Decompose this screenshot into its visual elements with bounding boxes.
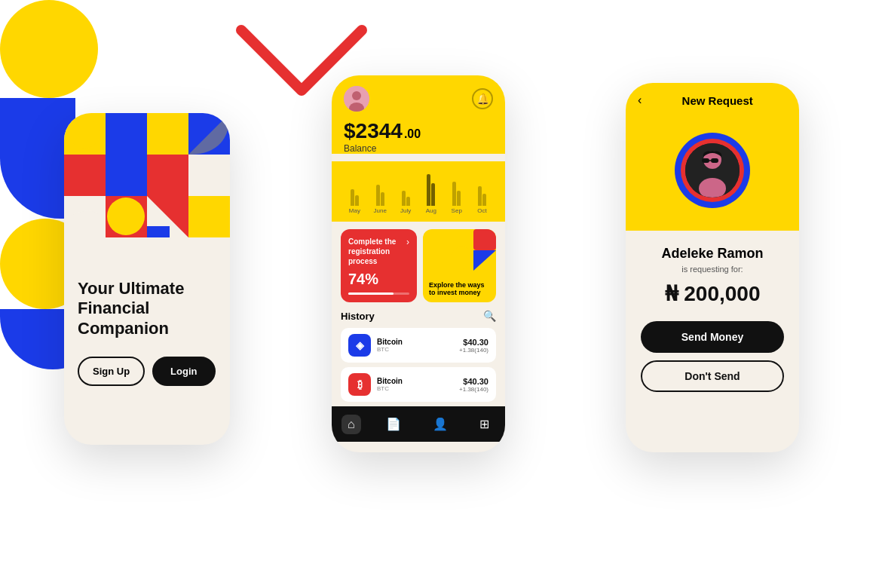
history-header: History 🔍 xyxy=(341,310,496,322)
svg-rect-14 xyxy=(147,237,188,264)
registration-percent: 74% xyxy=(348,271,409,288)
registration-card[interactable]: › Complete the registration process 74% xyxy=(341,229,417,302)
welcome-buttons: Sign Up Login xyxy=(78,357,216,386)
chart-sep: Sep xyxy=(446,182,467,214)
action-cards: › Complete the registration process 74% … xyxy=(332,222,505,310)
svg-rect-1 xyxy=(106,113,147,155)
dashboard-header: 🔔 $2344 .00 Balance xyxy=(332,75,505,154)
svg-rect-20 xyxy=(147,226,170,237)
svg-rect-2 xyxy=(147,113,188,155)
dashboard-top-row: 🔔 xyxy=(344,86,493,112)
history-item-1-change: +1.38(140) xyxy=(459,347,488,354)
requesting-label: is requesting for: xyxy=(641,265,784,274)
history-item-1-info: Bitcoin BTC xyxy=(377,338,453,353)
svg-rect-6 xyxy=(147,155,188,196)
login-button[interactable]: Login xyxy=(152,357,215,386)
chart-label-sep: Sep xyxy=(452,207,462,214)
history-item-2-name: Bitcoin xyxy=(377,377,453,385)
chart-june: June xyxy=(369,185,391,214)
chart-label-may: May xyxy=(349,207,360,214)
send-money-button[interactable]: Send Money xyxy=(641,321,784,353)
request-body: Adeleke Ramon is requesting for: ₦ 200,0… xyxy=(626,231,799,407)
avatar-inner xyxy=(685,143,740,198)
requester-avatar-area xyxy=(626,118,799,231)
balance-chart: May June July Aug xyxy=(332,161,505,222)
bottom-navigation: ⌂ 📄 👤 ⊞ xyxy=(332,406,505,442)
chart-july: July xyxy=(395,191,417,214)
balance-label: Balance xyxy=(344,143,493,154)
history-item-1[interactable]: ◈ Bitcoin BTC $40.30 +1.38(140) xyxy=(341,328,496,363)
request-amount: ₦ 200,000 xyxy=(641,281,784,306)
svg-point-18 xyxy=(107,198,145,235)
chart-may: May xyxy=(344,189,366,214)
chart-label-june: June xyxy=(374,207,387,214)
svg-rect-11 xyxy=(188,196,230,237)
nav-doc-icon[interactable]: 📄 xyxy=(380,414,407,434)
invest-card-title: Explore the ways to invest money xyxy=(429,281,490,296)
avatar-mid-ring xyxy=(681,139,744,202)
welcome-content: Your Ultimate Financial Companion Sign U… xyxy=(64,264,230,401)
chart-oct: Oct xyxy=(471,186,493,214)
svg-rect-12 xyxy=(64,237,106,264)
svg-point-16 xyxy=(69,118,100,149)
history-section: History 🔍 ◈ Bitcoin BTC $40.30 +1.38(140… xyxy=(332,310,505,402)
bg-decoration-yellow-tl xyxy=(0,0,98,98)
progress-fill xyxy=(348,292,394,295)
invest-card-graphic xyxy=(451,229,496,271)
nav-grid-icon[interactable]: ⊞ xyxy=(473,414,495,434)
history-item-2-change: +1.38(140) xyxy=(459,386,488,393)
chart-label-oct: Oct xyxy=(477,207,486,214)
svg-rect-15 xyxy=(188,237,230,264)
svg-rect-24 xyxy=(473,229,496,250)
history-item-2-amount: $40.30 +1.38(140) xyxy=(459,377,488,393)
card-arrow-icon: › xyxy=(406,237,409,247)
request-phone: ‹ New Request xyxy=(626,83,799,452)
progress-bar xyxy=(348,292,409,295)
welcome-phone: Your Ultimate Financial Companion Sign U… xyxy=(64,113,230,445)
dont-send-button[interactable]: Don't Send xyxy=(641,360,784,392)
chart-label-july: July xyxy=(400,207,411,214)
signup-button[interactable]: Sign Up xyxy=(78,357,145,386)
back-button[interactable]: ‹ xyxy=(638,93,642,107)
avatar-outer-ring xyxy=(675,133,750,208)
balance-display: $2344 .00 Balance xyxy=(344,121,493,154)
history-item-1-code: BTC xyxy=(377,346,453,353)
user-avatar xyxy=(344,86,369,112)
bitcoin-icon-blue: ◈ xyxy=(348,334,371,357)
svg-rect-5 xyxy=(106,155,147,196)
nav-home-icon[interactable]: ⌂ xyxy=(341,415,361,434)
svg-rect-13 xyxy=(106,237,147,264)
svg-point-22 xyxy=(352,91,361,100)
history-item-1-amount: $40.30 +1.38(140) xyxy=(459,338,488,354)
request-title: New Request xyxy=(648,94,787,107)
history-item-2-value: $40.30 xyxy=(459,377,488,386)
chart-label-aug: Aug xyxy=(426,207,436,214)
chart-aug: Aug xyxy=(420,174,442,214)
search-icon[interactable]: 🔍 xyxy=(483,310,496,322)
svg-rect-30 xyxy=(702,158,709,163)
requester-name: Adeleke Ramon xyxy=(641,246,784,262)
svg-rect-31 xyxy=(711,158,718,163)
history-title: History xyxy=(341,311,375,322)
svg-rect-4 xyxy=(64,155,106,196)
history-item-1-name: Bitcoin xyxy=(377,338,453,346)
bitcoin-icon-red: ₿ xyxy=(348,373,371,396)
nav-profile-icon[interactable]: 👤 xyxy=(427,414,454,434)
history-item-2-info: Bitcoin BTC xyxy=(377,377,453,392)
geometric-grid xyxy=(64,113,230,264)
invest-card[interactable]: Explore the ways to invest money xyxy=(423,229,496,302)
svg-marker-26 xyxy=(473,250,496,271)
svg-point-25 xyxy=(451,247,473,269)
request-header: ‹ New Request xyxy=(626,83,799,118)
dashboard-phone: 🔔 $2344 .00 Balance May June xyxy=(332,75,505,452)
history-item-2[interactable]: ₿ Bitcoin BTC $40.30 +1.38(140) xyxy=(341,367,496,402)
registration-card-title: Complete the registration process xyxy=(348,237,409,266)
svg-rect-7 xyxy=(188,155,230,196)
notification-bell[interactable]: 🔔 xyxy=(472,88,493,109)
history-item-1-value: $40.30 xyxy=(459,338,488,347)
welcome-title: Your Ultimate Financial Companion xyxy=(78,279,216,338)
history-item-2-code: BTC xyxy=(377,385,453,392)
balance-cents: .00 xyxy=(404,127,421,141)
balance-amount: $2344 xyxy=(344,121,403,142)
